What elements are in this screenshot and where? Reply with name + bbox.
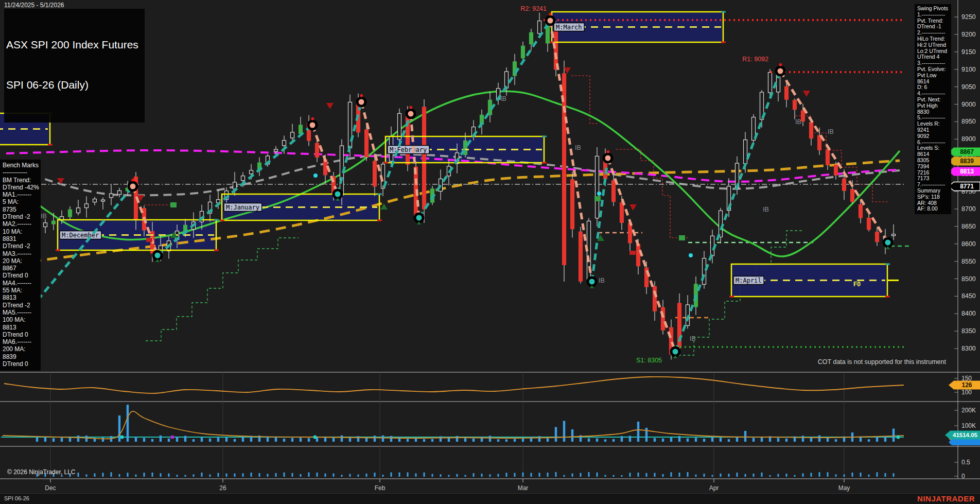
bench-marks-line: MA5.-------: [3, 309, 41, 316]
svg-text:8650: 8650: [961, 223, 976, 230]
swing-pivots-line: Pvt. Next:: [917, 97, 951, 103]
ninjatrader-logo: NINJATRADER: [917, 494, 975, 503]
chart-annotations: R2: 9241R1: 9092S1: 8305COT data is not …: [41, 5, 947, 366]
svg-text:0: 0: [961, 473, 965, 480]
instrument-title-line1: ASX SPI 200 Index Futures: [6, 38, 138, 51]
svg-text:8950: 8950: [961, 118, 976, 125]
svg-text:M:April: M:April: [736, 277, 762, 284]
swing-pivots-line: 1.-------------: [917, 12, 951, 18]
swing-pivots-panel: Swing Pivots1.-------------Pvt. Trend:DT…: [915, 4, 951, 214]
svg-text:8300: 8300: [961, 345, 976, 352]
svg-text:M:January: M:January: [226, 204, 259, 211]
swing-pivots-line: Hi:2 UTrend: [917, 42, 951, 48]
swing-pivots-line: 9241: [917, 127, 951, 133]
month-label-chip: M:January: [224, 203, 262, 212]
swing-markers: ✱✱✱✱✱✱✱: [34, 12, 892, 358]
svg-text:8600: 8600: [961, 240, 976, 248]
indicator-panel-1: 150100126: [4, 375, 980, 396]
bench-marks-line: MA4.-------: [3, 280, 41, 287]
bench-marks-line: ------------: [3, 169, 41, 176]
svg-text:IB: IB: [795, 118, 801, 126]
month-label-chip: M:March: [554, 23, 584, 31]
bench-marks-line: 55 MA:: [3, 287, 41, 294]
bench-marks-line: DTrend 0: [3, 360, 41, 368]
svg-text:41514.05: 41514.05: [953, 432, 978, 438]
bench-marks-line: MA6.-------: [3, 338, 41, 345]
bench-marks-line: BM Trend:: [3, 177, 41, 184]
instrument-tab-label[interactable]: SPI 06-26: [4, 495, 29, 501]
svg-text:✱: ✱: [310, 116, 314, 121]
swing-pivots-line: 9092: [917, 133, 951, 140]
svg-text:M:March: M:March: [556, 24, 582, 31]
svg-text:8867: 8867: [960, 148, 974, 155]
swing-pivots-line: AF: 8.00: [917, 206, 951, 212]
svg-text:May: May: [838, 484, 850, 492]
swing-pivots-line: SP's: 118: [917, 194, 951, 200]
bench-marks-line: MA3.-------: [3, 250, 41, 257]
bench-marks-line: MA2.-------: [3, 220, 41, 228]
bench-marks-line: 20 MA:: [3, 257, 41, 265]
instrument-title: ASX SPI 200 Index Futures SPI 06-26 (Dai…: [4, 9, 145, 123]
svg-text:IB: IB: [599, 277, 605, 284]
swing-pivots-line: Pvt Low: [917, 73, 951, 79]
month-label-chip: M:April: [733, 276, 764, 285]
svg-text:F0: F0: [853, 281, 861, 288]
date-range-label: 11/24/2025 - 5/1/2026: [4, 2, 64, 9]
svg-text:✱: ✱: [359, 93, 363, 98]
bench-marks-line: Bench Marks: [3, 162, 41, 169]
svg-text:Dec: Dec: [45, 484, 56, 492]
svg-text:8400: 8400: [961, 310, 976, 317]
svg-text:IB: IB: [690, 335, 696, 342]
bottom-status-bar: [0, 493, 980, 504]
bench-marks-line: DTrend -42%: [3, 184, 41, 191]
copyright-notice: © 2026 NinjaTrader, LLC: [7, 468, 75, 476]
bench-marks-panel: Bench Marks------------BM Trend:DTrend -…: [0, 160, 41, 371]
instrument-title-line2: SPI 06-26 (Daily): [6, 78, 138, 92]
svg-text:9000: 9000: [961, 101, 976, 108]
svg-text:IB: IB: [763, 206, 769, 213]
svg-text:Mar: Mar: [518, 484, 529, 492]
bench-marks-line: 8867: [3, 265, 41, 272]
bench-marks-line: MA1.-------: [3, 191, 41, 198]
svg-text:✱: ✱: [548, 12, 552, 17]
svg-text:✱: ✱: [778, 62, 782, 67]
svg-text:8450: 8450: [961, 292, 976, 300]
svg-text:100K: 100K: [961, 422, 976, 429]
bench-marks-line: 8813: [3, 294, 41, 301]
bench-marks-line: DTrend 0: [3, 272, 41, 279]
bench-marks-line: 5 MA:: [3, 198, 41, 205]
svg-text:M:February: M:February: [390, 146, 427, 153]
svg-text:R2: 9241: R2: 9241: [520, 5, 547, 12]
svg-text:9100: 9100: [961, 66, 976, 73]
svg-text:IB: IB: [828, 128, 834, 135]
svg-text:8550: 8550: [961, 258, 976, 265]
swing-pivots-line: Summary: [917, 188, 951, 194]
svg-text:8813: 8813: [960, 168, 974, 175]
svg-text:R1: 9092: R1: 9092: [742, 56, 768, 63]
indicator-panel-3: 0.50: [37, 459, 971, 480]
svg-text:200K: 200K: [961, 407, 976, 414]
svg-text:Feb: Feb: [375, 484, 386, 492]
svg-text:S1: 8305: S1: 8305: [636, 357, 662, 364]
svg-text:Apr: Apr: [709, 484, 719, 492]
svg-text:100: 100: [961, 389, 972, 396]
svg-text:8900: 8900: [961, 135, 976, 143]
svg-text:✱: ✱: [409, 105, 413, 110]
bench-marks-line: 10 MA:: [3, 228, 41, 235]
swing-zigzag-lines: [38, 21, 888, 352]
svg-text:8700: 8700: [961, 205, 976, 213]
bench-marks-line: 8735: [3, 206, 41, 213]
svg-text:9200: 9200: [961, 31, 976, 38]
chart-canvas[interactable]: M:DecemberM:JanuaryM:FebruaryM:MarchM:Ap…: [0, 0, 980, 504]
svg-text:IB: IB: [41, 213, 47, 220]
svg-text:9250: 9250: [961, 13, 976, 21]
bench-marks-line: DTrend -2: [3, 302, 41, 309]
month-label-chip: M:February: [388, 146, 429, 154]
swing-pivots-line: 8305: [917, 158, 951, 164]
bench-marks-line: 200 MA:: [3, 345, 41, 353]
svg-text:8839: 8839: [960, 158, 974, 165]
svg-text:9050: 9050: [961, 83, 976, 91]
svg-text:8350: 8350: [961, 327, 976, 335]
ninjatrader-chart-window: M:DecemberM:JanuaryM:FebruaryM:MarchM:Ap…: [0, 0, 980, 504]
bench-marks-line: DTrend 0: [3, 331, 41, 338]
